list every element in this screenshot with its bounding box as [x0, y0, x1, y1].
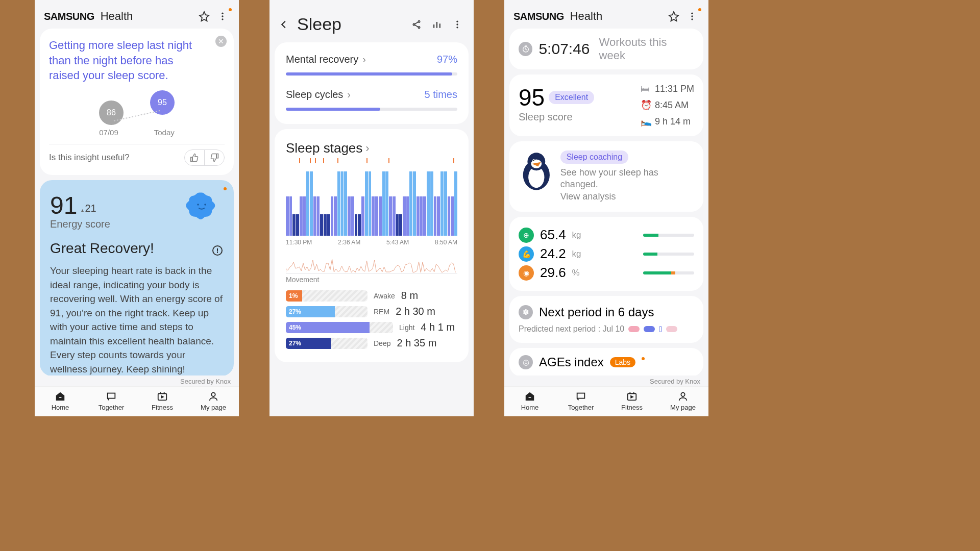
svg-point-13	[456, 23, 458, 25]
target-icon: ◎	[519, 355, 533, 369]
svg-point-16	[691, 15, 693, 17]
svg-point-28	[681, 393, 684, 396]
stopwatch-icon	[519, 42, 532, 56]
nav-home[interactable]: Home	[35, 391, 86, 411]
favorite-icon[interactable]	[667, 9, 681, 23]
duration-icon: 🛌	[641, 116, 650, 127]
chevron-right-icon: ›	[347, 89, 351, 101]
notification-dot	[642, 357, 645, 360]
svg-point-8	[211, 393, 215, 396]
svg-point-9	[413, 23, 414, 25]
svg-point-4	[197, 204, 199, 206]
weight-icon: ⊕	[519, 228, 534, 243]
back-icon[interactable]	[277, 17, 291, 32]
body-composition-card[interactable]: ⊕ 65.4 kg 💪 24.2 kg ◉ 29.6 %	[509, 217, 703, 291]
mood-cloud-icon	[184, 190, 219, 221]
svg-point-10	[418, 20, 420, 22]
bed-icon: 🛏	[641, 84, 650, 94]
muscle-row: 💪 24.2 kg	[519, 246, 694, 262]
bottom-nav: Home Together Fitness My page	[504, 386, 708, 416]
close-icon[interactable]: ✕	[215, 36, 227, 47]
muscle-icon: 💪	[519, 246, 534, 262]
app-header: SAMSUNG Health	[504, 0, 708, 29]
sleep-header: Sleep	[270, 0, 474, 42]
svg-rect-6	[108, 393, 115, 398]
period-title: Next period in 6 days	[539, 305, 654, 319]
svg-point-14	[456, 27, 458, 28]
insight-card[interactable]: ✕ Getting more sleep last night than the…	[40, 29, 234, 175]
sleep-score-badge: Excellent	[549, 91, 594, 104]
sleep-score-value: 95	[519, 84, 545, 111]
app-header: SAMSUNG Health	[35, 0, 239, 29]
share-icon[interactable]	[409, 17, 424, 32]
stages-title[interactable]: Sleep stages ›	[275, 132, 469, 159]
svg-point-12	[456, 20, 458, 22]
movement-label: Movement	[286, 276, 457, 284]
knox-label: Secured by Knox	[504, 375, 708, 386]
notification-dot	[698, 8, 701, 11]
info-icon[interactable]: !	[212, 245, 223, 256]
today-label: Today	[154, 128, 175, 137]
cycle-pill-4	[666, 326, 677, 332]
brand-logo: SAMSUNG	[513, 11, 564, 22]
recovery-metrics-card[interactable]: Mental recovery › 97% Sleep cycles › 5 t…	[275, 42, 469, 124]
nav-mypage[interactable]: My page	[657, 391, 708, 411]
notification-dot	[224, 187, 227, 190]
cycle-pill-1	[628, 326, 640, 332]
labs-badge: Labs	[610, 357, 635, 367]
sleep-score-label: Sleep score	[519, 111, 594, 123]
svg-point-25	[533, 160, 534, 161]
energy-score-card[interactable]: 91 21 Energy score ! Great Recovery! You…	[40, 180, 234, 375]
nav-mypage[interactable]: My page	[188, 391, 239, 411]
penguin-avatar	[519, 151, 554, 191]
sleep-stages-card[interactable]: Sleep stages › 11:30 PM 2:36 AM 5:43 AM …	[275, 129, 469, 362]
chart-icon[interactable]	[430, 17, 444, 32]
nav-together[interactable]: Together	[555, 391, 606, 411]
alarm-icon: ⏰	[641, 99, 650, 111]
sleep-coaching-card[interactable]: Sleep coaching See how your sleep has ch…	[509, 141, 703, 212]
period-card[interactable]: ✽ Next period in 6 days Predicted next p…	[509, 296, 703, 343]
svg-rect-26	[577, 393, 585, 398]
mental-recovery-row[interactable]: Mental recovery › 97%	[275, 46, 469, 72]
nav-home[interactable]: Home	[504, 391, 555, 411]
nav-together[interactable]: Together	[86, 391, 137, 411]
chevron-right-icon: ›	[362, 54, 366, 65]
notification-dot	[229, 8, 232, 11]
nav-fitness[interactable]: Fitness	[137, 391, 188, 411]
past-date: 07/09	[99, 128, 118, 137]
sleep-cycles-row[interactable]: Sleep cycles › 5 times	[275, 82, 469, 108]
cycle-pill-3	[659, 326, 662, 332]
stage-deep-row: 27% Deep 2 h 35 m	[286, 337, 457, 349]
cycle-pill-2	[644, 326, 655, 332]
nav-fitness[interactable]: Fitness	[606, 391, 657, 411]
ages-card[interactable]: ◎ AGEs index Labs	[509, 348, 703, 375]
useful-question: Is this insight useful?	[49, 153, 184, 163]
time-axis: 11:30 PM 2:36 AM 5:43 AM 8:50 AM	[286, 239, 457, 246]
stages-hypnogram	[286, 164, 457, 236]
sleep-score-card[interactable]: 95 Excellent Sleep score 🛏11:31 PM ⏰8:45…	[509, 74, 703, 136]
movement-chart	[286, 253, 457, 273]
thumbs-down-icon[interactable]	[204, 150, 224, 165]
svg-point-0	[222, 13, 223, 14]
workout-label: Workouts this week	[599, 36, 694, 62]
workout-card[interactable]: 5:07:46 Workouts this week	[509, 29, 703, 69]
score-comparison: 86 95	[49, 93, 225, 125]
more-icon[interactable]	[450, 17, 464, 32]
app-name: Health	[570, 10, 603, 23]
page-title: Sleep	[297, 14, 403, 34]
fat-row: ◉ 29.6 %	[519, 265, 694, 281]
stage-rem-row: 27% REM 2 h 30 m	[286, 306, 457, 317]
svg-point-2	[222, 18, 223, 20]
feedback-buttons	[184, 149, 225, 166]
coaching-badge: Sleep coaching	[560, 151, 628, 164]
more-icon[interactable]	[215, 9, 230, 23]
coaching-text-2: View analysis	[560, 191, 694, 203]
thumbs-up-icon[interactable]	[185, 150, 204, 165]
coaching-text-1: See how your sleep has changed.	[560, 167, 694, 191]
svg-point-17	[691, 18, 693, 20]
favorite-icon[interactable]	[197, 9, 211, 23]
more-icon[interactable]	[685, 9, 699, 23]
period-prediction: Predicted next period : Jul 10	[519, 324, 624, 334]
stage-awake-row: 1% Awake 8 m	[286, 290, 457, 302]
svg-point-15	[691, 13, 693, 14]
